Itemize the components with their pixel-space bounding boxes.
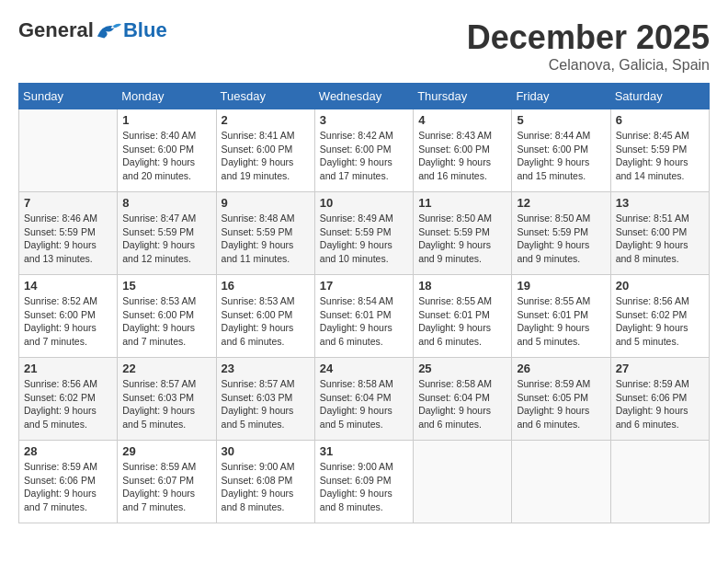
calendar-cell: 3Sunrise: 8:42 AMSunset: 6:00 PMDaylight… (314, 109, 413, 192)
calendar-cell: 9Sunrise: 8:48 AMSunset: 5:59 PMDaylight… (216, 192, 314, 275)
day-info: Sunrise: 8:57 AMSunset: 6:03 PMDaylight:… (222, 377, 310, 431)
day-number: 17 (320, 279, 408, 293)
day-number: 3 (320, 113, 408, 127)
day-number: 24 (320, 362, 408, 375)
day-number: 20 (616, 279, 704, 293)
day-info: Sunrise: 8:53 AMSunset: 6:00 PMDaylight:… (222, 294, 310, 349)
calendar-table: SundayMondayTuesdayWednesdayThursdayFrid… (18, 83, 710, 523)
calendar-cell: 20Sunrise: 8:56 AMSunset: 6:02 PMDayligh… (610, 275, 709, 358)
day-info: Sunrise: 8:48 AMSunset: 5:59 PMDaylight:… (222, 212, 310, 266)
calendar-cell: 11Sunrise: 8:50 AMSunset: 5:59 PMDayligh… (414, 192, 512, 275)
calendar-cell: 2Sunrise: 8:41 AMSunset: 6:00 PMDaylight… (216, 109, 314, 192)
day-info: Sunrise: 8:44 AMSunset: 6:00 PMDaylight:… (517, 129, 605, 183)
day-number: 2 (222, 113, 310, 127)
day-number: 10 (320, 196, 408, 210)
day-number: 13 (616, 196, 704, 210)
calendar-cell (19, 109, 118, 192)
calendar-week-row: 1Sunrise: 8:40 AMSunset: 6:00 PMDaylight… (19, 109, 710, 192)
day-info: Sunrise: 8:47 AMSunset: 5:59 PMDaylight:… (122, 212, 210, 266)
calendar-cell (414, 441, 512, 523)
day-number: 8 (122, 196, 210, 210)
calendar-cell (610, 441, 709, 523)
calendar-cell: 29Sunrise: 8:59 AMSunset: 6:07 PMDayligh… (118, 441, 216, 523)
day-info: Sunrise: 8:42 AMSunset: 6:00 PMDaylight:… (320, 129, 408, 183)
day-info: Sunrise: 8:59 AMSunset: 6:07 PMDaylight:… (122, 460, 210, 514)
calendar-cell: 27Sunrise: 8:59 AMSunset: 6:06 PMDayligh… (610, 358, 709, 441)
day-number: 31 (320, 444, 408, 458)
calendar-week-row: 21Sunrise: 8:56 AMSunset: 6:02 PMDayligh… (19, 358, 710, 441)
calendar-cell: 1Sunrise: 8:40 AMSunset: 6:00 PMDaylight… (118, 109, 216, 192)
title-area: December 2025 Celanova, Galicia, Spain (467, 18, 710, 74)
day-number: 7 (24, 196, 112, 210)
day-info: Sunrise: 8:51 AMSunset: 6:00 PMDaylight:… (616, 212, 704, 266)
day-info: Sunrise: 8:56 AMSunset: 6:02 PMDaylight:… (24, 377, 112, 431)
calendar-week-row: 14Sunrise: 8:52 AMSunset: 6:00 PMDayligh… (19, 275, 710, 358)
day-number: 12 (517, 196, 605, 210)
day-info: Sunrise: 8:58 AMSunset: 6:04 PMDaylight:… (320, 377, 408, 431)
day-number: 1 (122, 113, 210, 127)
calendar-cell: 13Sunrise: 8:51 AMSunset: 6:00 PMDayligh… (610, 192, 709, 275)
calendar-cell: 30Sunrise: 9:00 AMSunset: 6:08 PMDayligh… (216, 441, 314, 523)
day-info: Sunrise: 8:40 AMSunset: 6:00 PMDaylight:… (122, 129, 210, 183)
day-number: 16 (222, 279, 310, 293)
day-info: Sunrise: 9:00 AMSunset: 6:09 PMDaylight:… (320, 460, 408, 514)
calendar-cell: 18Sunrise: 8:55 AMSunset: 6:01 PMDayligh… (414, 275, 512, 358)
day-info: Sunrise: 8:57 AMSunset: 6:03 PMDaylight:… (122, 377, 210, 431)
logo: General Blue (18, 18, 167, 42)
day-info: Sunrise: 8:56 AMSunset: 6:02 PMDaylight:… (616, 294, 704, 349)
day-info: Sunrise: 8:50 AMSunset: 5:59 PMDaylight:… (517, 212, 605, 266)
calendar-cell: 25Sunrise: 8:58 AMSunset: 6:04 PMDayligh… (414, 358, 512, 441)
day-info: Sunrise: 8:46 AMSunset: 5:59 PMDaylight:… (24, 212, 112, 266)
day-info: Sunrise: 8:53 AMSunset: 6:00 PMDaylight:… (122, 294, 210, 349)
day-number: 18 (418, 279, 506, 293)
day-info: Sunrise: 8:58 AMSunset: 6:04 PMDaylight:… (418, 377, 506, 431)
calendar-cell: 21Sunrise: 8:56 AMSunset: 6:02 PMDayligh… (19, 358, 118, 441)
calendar-cell: 10Sunrise: 8:49 AMSunset: 5:59 PMDayligh… (314, 192, 413, 275)
calendar-cell (512, 441, 610, 523)
day-number: 23 (222, 362, 310, 375)
calendar-cell: 17Sunrise: 8:54 AMSunset: 6:01 PMDayligh… (314, 275, 413, 358)
day-info: Sunrise: 8:49 AMSunset: 5:59 PMDaylight:… (320, 212, 408, 266)
day-info: Sunrise: 8:59 AMSunset: 6:06 PMDaylight:… (616, 377, 704, 431)
calendar-cell: 26Sunrise: 8:59 AMSunset: 6:05 PMDayligh… (512, 358, 610, 441)
calendar-cell: 31Sunrise: 9:00 AMSunset: 6:09 PMDayligh… (314, 441, 413, 523)
day-number: 25 (418, 362, 506, 375)
calendar-cell: 7Sunrise: 8:46 AMSunset: 5:59 PMDaylight… (19, 192, 118, 275)
calendar-header-saturday: Saturday (610, 84, 709, 109)
calendar-cell: 19Sunrise: 8:55 AMSunset: 6:01 PMDayligh… (512, 275, 610, 358)
day-number: 22 (122, 362, 210, 375)
calendar-cell: 6Sunrise: 8:45 AMSunset: 5:59 PMDaylight… (610, 109, 709, 192)
day-number: 19 (517, 279, 605, 293)
calendar-header-wednesday: Wednesday (314, 84, 413, 109)
calendar-header-friday: Friday (512, 84, 610, 109)
day-info: Sunrise: 8:55 AMSunset: 6:01 PMDaylight:… (517, 294, 605, 349)
logo-general-text: General (18, 18, 94, 42)
day-info: Sunrise: 8:59 AMSunset: 6:06 PMDaylight:… (24, 460, 112, 514)
calendar-cell: 8Sunrise: 8:47 AMSunset: 5:59 PMDaylight… (118, 192, 216, 275)
calendar-cell: 24Sunrise: 8:58 AMSunset: 6:04 PMDayligh… (314, 358, 413, 441)
month-title: December 2025 (467, 18, 710, 57)
day-number: 26 (517, 362, 605, 375)
calendar-header-thursday: Thursday (414, 84, 512, 109)
day-number: 14 (24, 279, 112, 293)
calendar-cell: 23Sunrise: 8:57 AMSunset: 6:03 PMDayligh… (216, 358, 314, 441)
calendar-header-tuesday: Tuesday (216, 84, 314, 109)
page-header: General Blue December 2025 Celanova, Gal… (18, 18, 710, 74)
calendar-header-monday: Monday (118, 84, 216, 109)
day-number: 4 (418, 113, 506, 127)
day-info: Sunrise: 9:00 AMSunset: 6:08 PMDaylight:… (222, 460, 310, 514)
day-number: 29 (122, 444, 210, 458)
calendar-header-sunday: Sunday (19, 84, 118, 109)
calendar-week-row: 7Sunrise: 8:46 AMSunset: 5:59 PMDaylight… (19, 192, 710, 275)
calendar-cell: 28Sunrise: 8:59 AMSunset: 6:06 PMDayligh… (19, 441, 118, 523)
day-info: Sunrise: 8:41 AMSunset: 6:00 PMDaylight:… (222, 129, 310, 183)
calendar-cell: 15Sunrise: 8:53 AMSunset: 6:00 PMDayligh… (118, 275, 216, 358)
day-number: 11 (418, 196, 506, 210)
calendar-cell: 4Sunrise: 8:43 AMSunset: 6:00 PMDaylight… (414, 109, 512, 192)
day-number: 15 (122, 279, 210, 293)
day-info: Sunrise: 8:45 AMSunset: 5:59 PMDaylight:… (616, 129, 704, 183)
day-number: 6 (616, 113, 704, 127)
logo-blue-text: Blue (123, 18, 167, 42)
calendar-header-row: SundayMondayTuesdayWednesdayThursdayFrid… (19, 84, 710, 109)
logo-bird-icon (96, 20, 121, 40)
